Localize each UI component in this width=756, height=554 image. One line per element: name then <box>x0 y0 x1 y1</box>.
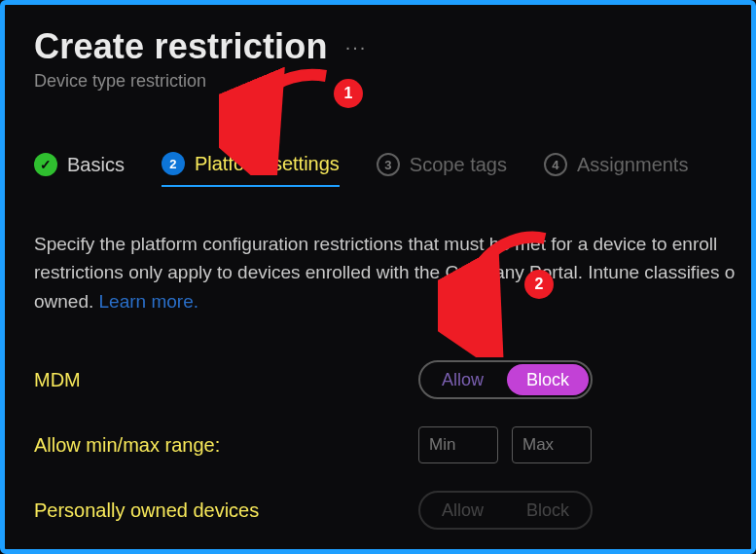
step-label: Basics <box>67 154 125 176</box>
mdm-label: MDM <box>34 369 418 391</box>
pod-block-option: Block <box>505 493 591 528</box>
step-assignments[interactable]: 4 Assignments <box>544 153 689 186</box>
wizard-steps: ✓ Basics 2 Platform settings 3 Scope tag… <box>34 152 751 187</box>
pod-allow-option: Allow <box>420 493 505 528</box>
min-input[interactable] <box>418 426 498 463</box>
pod-label: Personally owned devices <box>34 499 418 522</box>
mdm-block-option[interactable]: Block <box>507 364 589 395</box>
mdm-allow-option[interactable]: Allow <box>420 362 505 397</box>
step-scope-tags[interactable]: 3 Scope tags <box>377 153 507 186</box>
more-actions-button[interactable]: ··· <box>345 36 368 58</box>
page-subtitle: Device type restriction <box>34 71 751 92</box>
step-number-icon: 4 <box>544 153 567 176</box>
step-label: Scope tags <box>410 154 507 176</box>
pod-toggle: Allow Block <box>418 491 593 530</box>
check-icon: ✓ <box>34 153 57 176</box>
mdm-toggle[interactable]: Allow Block <box>418 360 593 399</box>
step-platform-settings[interactable]: 2 Platform settings <box>162 152 340 187</box>
step-label: Platform settings <box>195 153 340 175</box>
minmax-label: Allow min/max range: <box>34 434 418 457</box>
step-number-icon: 2 <box>162 152 185 175</box>
step-number-icon: 3 <box>377 153 400 176</box>
page-title: Create restriction <box>34 26 328 67</box>
row-mdm: MDM Allow Block <box>34 360 751 399</box>
description-text: Specify the platform configuration restr… <box>34 230 751 315</box>
learn-more-link[interactable]: Learn more. <box>99 291 198 312</box>
step-label: Assignments <box>577 154 689 176</box>
max-input[interactable] <box>512 426 592 463</box>
step-basics[interactable]: ✓ Basics <box>34 153 125 186</box>
row-personally-owned: Personally owned devices Allow Block <box>34 491 751 530</box>
row-minmax: Allow min/max range: <box>34 426 751 463</box>
